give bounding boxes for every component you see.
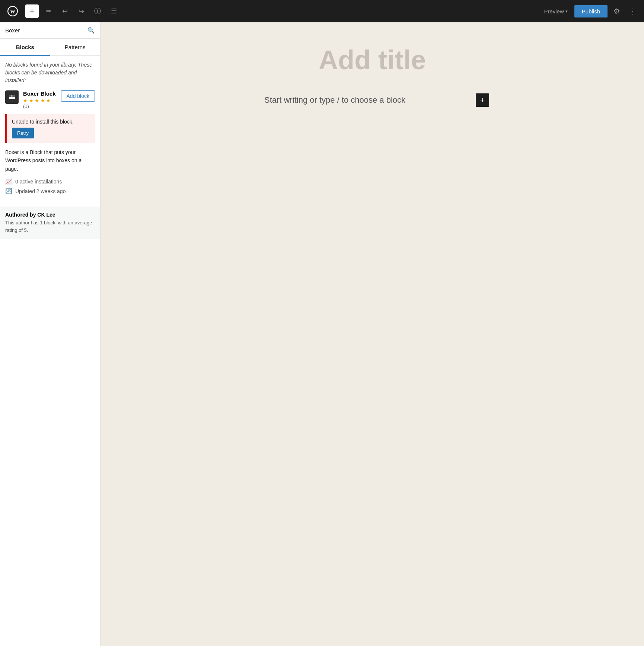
preview-button[interactable]: Preview ▾ xyxy=(540,6,571,17)
svg-text:W: W xyxy=(10,9,15,15)
error-message: Unable to install this block. xyxy=(12,119,90,125)
author-section: Authored by CK Lee This author has 1 blo… xyxy=(0,207,100,239)
tab-blocks[interactable]: Blocks xyxy=(0,39,50,55)
update-icon: 🔄 xyxy=(5,188,12,195)
block-icon xyxy=(5,90,19,104)
search-icon[interactable]: 🔍 xyxy=(87,27,95,34)
no-blocks-message: No blocks found in your library. These b… xyxy=(5,61,95,84)
add-block-float-button[interactable]: + xyxy=(476,93,489,107)
undo-button[interactable]: ↩ xyxy=(58,4,71,18)
toolbar-right: Preview ▾ Publish ⚙ ⋮ xyxy=(540,5,640,17)
add-block-button[interactable]: + xyxy=(25,4,39,18)
block-rating: ★ ★ ★ ★ ★ (1) xyxy=(23,98,57,109)
preview-chevron-icon: ▾ xyxy=(565,9,568,14)
editor-area[interactable]: Add title Start writing or type / to cho… xyxy=(101,22,644,646)
block-card: Boxer Block ★ ★ ★ ★ ★ (1) Add block xyxy=(5,90,95,109)
block-description: Boxer is a Block that puts your WordPres… xyxy=(5,148,95,173)
main-layout: 🔍 Blocks Patterns No blocks found in you… xyxy=(0,22,644,646)
retry-button[interactable]: Retry xyxy=(12,128,34,138)
installations-icon: 📈 xyxy=(5,178,12,185)
editor-content-placeholder[interactable]: Start writing or type / to choose a bloc… xyxy=(264,94,480,106)
more-options-icon[interactable]: ⋮ xyxy=(626,5,640,17)
sidebar-content: No blocks found in your library. These b… xyxy=(0,56,100,203)
wp-logo[interactable]: W xyxy=(4,3,21,19)
error-banner: Unable to install this block. Retry xyxy=(5,114,95,143)
list-view-icon[interactable]: ☰ xyxy=(107,4,121,18)
editor-title-placeholder[interactable]: Add title xyxy=(115,45,629,75)
add-block-sidebar-button[interactable]: Add block xyxy=(61,90,95,102)
redo-button[interactable]: ↪ xyxy=(74,4,88,18)
svg-rect-4 xyxy=(12,95,15,97)
svg-rect-3 xyxy=(9,95,12,97)
tab-patterns[interactable]: Patterns xyxy=(50,39,101,55)
sidebar: 🔍 Blocks Patterns No blocks found in you… xyxy=(0,22,101,646)
search-input[interactable] xyxy=(5,27,85,33)
meta-installations: 📈 0 active installations xyxy=(5,178,95,185)
author-description: This author has 1 block, with an average… xyxy=(5,219,95,234)
block-name: Boxer Block xyxy=(23,90,57,97)
edit-icon[interactable]: ✏ xyxy=(42,4,55,18)
search-bar: 🔍 xyxy=(0,22,100,39)
editor-content-area: Start writing or type / to choose a bloc… xyxy=(264,94,480,106)
info-icon[interactable]: ⓘ xyxy=(91,4,104,18)
author-title: Authored by CK Lee xyxy=(5,212,95,218)
tabs: Blocks Patterns xyxy=(0,39,100,56)
toolbar: W + ✏ ↩ ↪ ⓘ ☰ Preview ▾ Publish ⚙ ⋮ xyxy=(0,0,644,22)
settings-icon[interactable]: ⚙ xyxy=(610,5,623,17)
block-info: Boxer Block ★ ★ ★ ★ ★ (1) xyxy=(23,90,57,109)
meta-updated: 🔄 Updated 2 weeks ago xyxy=(5,188,95,195)
publish-button[interactable]: Publish xyxy=(574,5,608,17)
